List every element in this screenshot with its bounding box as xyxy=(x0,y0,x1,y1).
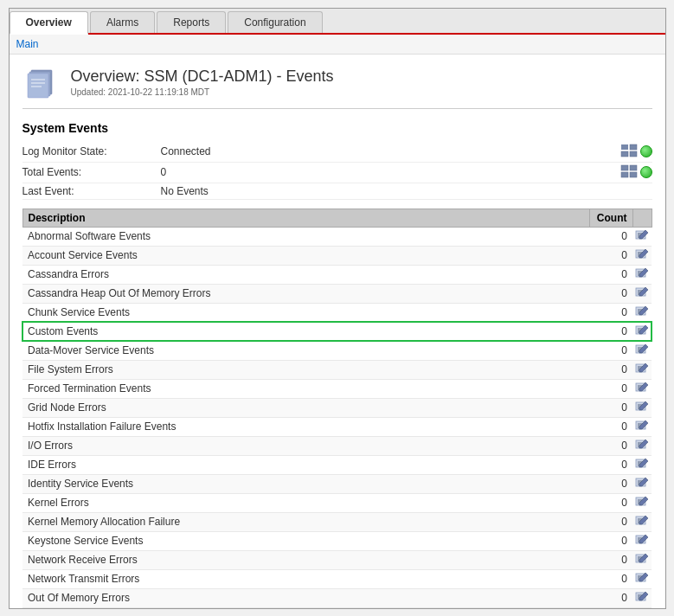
event-description: Chunk Service Events xyxy=(22,303,589,322)
table-row: File System Errors0 xyxy=(22,360,652,379)
event-action[interactable] xyxy=(632,341,652,360)
section-title: System Events xyxy=(22,121,652,135)
event-count: 0 xyxy=(589,265,632,284)
ssm-icon xyxy=(22,63,61,101)
event-action[interactable] xyxy=(632,512,652,531)
svg-rect-9 xyxy=(630,151,637,157)
event-description: Cassandra Errors xyxy=(22,265,589,284)
event-description: Custom Events xyxy=(22,322,589,341)
event-description: Forced Termination Events xyxy=(22,379,589,398)
event-count: 0 xyxy=(589,436,632,455)
event-count: 0 xyxy=(589,379,632,398)
event-description: Grid Node Errors xyxy=(22,398,589,417)
event-action[interactable] xyxy=(632,550,652,569)
event-count: 0 xyxy=(589,398,632,417)
tab-configuration[interactable]: Configuration xyxy=(228,11,322,33)
breadcrumb-main[interactable]: Main xyxy=(16,38,39,50)
svg-rect-13 xyxy=(630,172,637,177)
event-description: I/O Errors xyxy=(22,436,589,455)
green-dot-1 xyxy=(640,145,652,157)
event-action[interactable] xyxy=(632,398,652,417)
total-events-icons xyxy=(620,164,652,181)
event-description: Keystone Service Events xyxy=(22,531,589,550)
event-action[interactable] xyxy=(632,569,652,588)
event-description: Account Service Events xyxy=(22,246,589,265)
event-action[interactable] xyxy=(632,493,652,512)
monitor-grid-icon-2 xyxy=(620,164,638,181)
main-window: Overview Alarms Reports Configuration Ma… xyxy=(9,8,666,609)
event-count: 0 xyxy=(589,588,632,607)
breadcrumb-bar: Main xyxy=(10,35,665,55)
event-count: 0 xyxy=(589,512,632,531)
col-count: Count xyxy=(589,209,632,227)
status-row-total-events: Total Events: 0 xyxy=(22,163,652,183)
last-event-value: No Events xyxy=(161,185,652,197)
total-events-value: 0 xyxy=(161,166,620,178)
table-row: Cassandra Heap Out Of Memory Errors0 xyxy=(22,284,652,303)
event-action[interactable] xyxy=(632,436,652,455)
col-action xyxy=(632,209,652,227)
status-row-log-monitor: Log Monitor State: Connected xyxy=(22,142,652,163)
event-action[interactable] xyxy=(632,531,652,550)
event-action[interactable] xyxy=(632,265,652,284)
event-count: 0 xyxy=(589,569,632,588)
event-count: 0 xyxy=(589,341,632,360)
table-row: Network Receive Errors0 xyxy=(22,550,652,569)
event-description: Replicated State Machine Service Events xyxy=(22,607,589,608)
last-event-label: Last Event: xyxy=(22,185,161,197)
table-row: Custom Events0 xyxy=(22,322,652,341)
green-dot-2 xyxy=(640,166,652,178)
table-header-row: Description Count xyxy=(22,209,652,227)
event-action[interactable] xyxy=(632,322,652,341)
event-action[interactable] xyxy=(632,284,652,303)
table-row: Network Transmit Errors0 xyxy=(22,569,652,588)
event-description: File System Errors xyxy=(22,360,589,379)
event-action[interactable] xyxy=(632,588,652,607)
table-row: Grid Node Errors0 xyxy=(22,398,652,417)
event-description: Network Transmit Errors xyxy=(22,569,589,588)
event-count: 0 xyxy=(589,417,632,436)
log-monitor-icons xyxy=(620,144,652,160)
event-count: 0 xyxy=(589,531,632,550)
event-description: Kernel Memory Allocation Failure xyxy=(22,512,589,531)
event-count: 0 xyxy=(589,360,632,379)
tab-bar: Overview Alarms Reports Configuration xyxy=(10,9,665,35)
event-action[interactable] xyxy=(632,607,652,608)
event-action[interactable] xyxy=(632,303,652,322)
event-count: 0 xyxy=(589,455,632,474)
col-description: Description xyxy=(22,209,589,227)
event-description: IDE Errors xyxy=(22,455,589,474)
page-header: Overview: SSM (DC1-ADM1) - Events Update… xyxy=(22,63,652,109)
table-row: Kernel Errors0 xyxy=(22,493,652,512)
table-row: Account Service Events0 xyxy=(22,246,652,265)
svg-rect-6 xyxy=(621,144,628,150)
event-action[interactable] xyxy=(632,227,652,246)
table-row: Kernel Memory Allocation Failure0 xyxy=(22,512,652,531)
event-action[interactable] xyxy=(632,474,652,493)
event-action[interactable] xyxy=(632,246,652,265)
table-row: Out Of Memory Errors0 xyxy=(22,588,652,607)
status-row-last-event: Last Event: No Events xyxy=(22,183,652,200)
tab-alarms[interactable]: Alarms xyxy=(90,11,155,33)
event-description: Identity Service Events xyxy=(22,474,589,493)
total-events-label: Total Events: xyxy=(22,166,161,178)
tab-overview[interactable]: Overview xyxy=(10,11,88,35)
event-count: 0 xyxy=(589,474,632,493)
page-subtitle: Updated: 2021-10-22 11:19:18 MDT xyxy=(71,87,334,97)
event-count: 0 xyxy=(589,227,632,246)
tab-reports[interactable]: Reports xyxy=(157,11,226,33)
event-action[interactable] xyxy=(632,417,652,436)
event-action[interactable] xyxy=(632,455,652,474)
event-action[interactable] xyxy=(632,379,652,398)
event-description: Cassandra Heap Out Of Memory Errors xyxy=(22,284,589,303)
content-area: Overview: SSM (DC1-ADM1) - Events Update… xyxy=(10,55,665,608)
svg-rect-2 xyxy=(28,74,48,98)
table-row: IDE Errors0 xyxy=(22,455,652,474)
event-count: 0 xyxy=(589,607,632,608)
event-description: Data-Mover Service Events xyxy=(22,341,589,360)
log-monitor-label: Log Monitor State: xyxy=(22,145,161,157)
table-row: Chunk Service Events0 xyxy=(22,303,652,322)
event-action[interactable] xyxy=(632,360,652,379)
svg-rect-8 xyxy=(621,151,628,157)
event-count: 0 xyxy=(589,550,632,569)
